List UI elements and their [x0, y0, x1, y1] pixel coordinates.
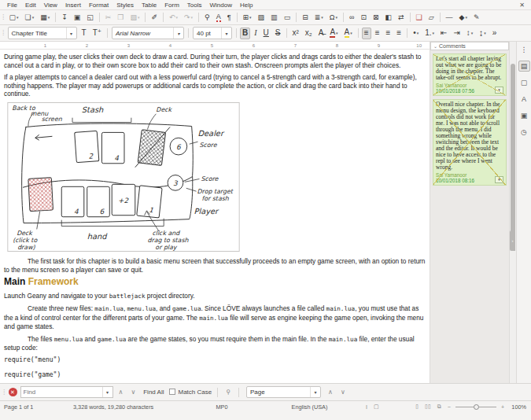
- highlight-color-button[interactable]: A▾: [342, 28, 355, 39]
- cross-reference-button[interactable]: ⇄: [396, 12, 407, 24]
- paragraph-style-combo[interactable]: Chapter Title ▾: [8, 27, 77, 39]
- update-style-button[interactable]: T: [79, 28, 89, 39]
- vertical-scrollbar[interactable]: [509, 42, 516, 383]
- numbered-list-button[interactable]: 1.▾: [422, 28, 437, 39]
- word-count-status[interactable]: 3,328 words, 19,280 characters: [69, 403, 187, 411]
- insert-comment-button[interactable]: ❑: [414, 12, 425, 24]
- page-break-button[interactable]: ⊟: [300, 12, 311, 24]
- toolbar-drag-handle[interactable]: ⁞: [3, 389, 6, 396]
- insert-table-button[interactable]: ⊞▾: [241, 12, 254, 24]
- game-screen-sketch-image[interactable]: Back to menu screen Stash 2 4 Dec: [6, 102, 426, 254]
- clone-formatting-button[interactable]: ✐: [149, 12, 160, 24]
- book-view-button[interactable]: ⧉: [434, 403, 444, 410]
- bullet-list-button[interactable]: •▾: [411, 28, 421, 39]
- new-document-button[interactable]: ▢▾: [7, 12, 21, 24]
- find-previous-button[interactable]: ∧: [116, 389, 126, 396]
- zoom-slider-knob[interactable]: [474, 404, 479, 410]
- hyperlink-button[interactable]: ∞: [347, 12, 356, 24]
- subscript-button[interactable]: x₂: [303, 28, 315, 39]
- menu-item[interactable]: View: [40, 0, 61, 10]
- toolbar-drag-handle[interactable]: ⁞: [0, 29, 6, 37]
- caret-down-icon[interactable]: ▾: [310, 387, 320, 397]
- caret-down-icon[interactable]: ▾: [173, 28, 183, 39]
- caret-down-icon[interactable]: ▾: [221, 28, 231, 39]
- menu-item[interactable]: File: [3, 0, 21, 10]
- menu-item[interactable]: Insert: [61, 0, 85, 10]
- find-all-button[interactable]: Find All: [141, 389, 166, 396]
- find-replace-button[interactable]: ⚲: [202, 12, 212, 24]
- toolbar-overflow-button[interactable]: »: [490, 28, 500, 39]
- save-button[interactable]: ▦▾: [38, 12, 52, 24]
- paragraph-spacing-button[interactable]: ↨▾: [477, 28, 489, 39]
- clear-formatting-button[interactable]: A̶: [316, 28, 326, 39]
- print-button[interactable]: ▣: [72, 12, 83, 24]
- redo-button[interactable]: ↷▾: [182, 12, 195, 24]
- font-name-combo[interactable]: Arial Narrow ▾: [112, 27, 184, 39]
- bold-button[interactable]: B: [240, 28, 250, 39]
- menu-item[interactable]: Tools: [183, 0, 206, 10]
- insert-mode-indicator[interactable]: I: [363, 404, 371, 410]
- menu-item[interactable]: Table: [138, 0, 160, 10]
- underline-button[interactable]: U: [261, 28, 271, 39]
- superscript-button[interactable]: x²: [290, 28, 301, 39]
- sidebar-tab-navigator[interactable]: ◷: [518, 127, 530, 138]
- comment-card[interactable]: Overall nice chapter. In the menu design…: [433, 99, 507, 186]
- insert-textbox-button[interactable]: ▭: [282, 12, 293, 24]
- selection-mode-indicator[interactable]: ▢: [371, 403, 382, 410]
- navigate-next-button[interactable]: ∨: [338, 389, 348, 396]
- justify-button[interactable]: ≡: [394, 28, 404, 39]
- sidebar-settings-button[interactable]: ⋮: [518, 44, 530, 55]
- menu-item[interactable]: Window: [206, 0, 236, 10]
- multi-page-view-button[interactable]: ▯▯: [422, 403, 434, 410]
- language-status[interactable]: English (USA): [256, 403, 363, 411]
- decrease-indent-button[interactable]: ⇤: [438, 28, 449, 39]
- sidebar-tab-gallery[interactable]: ▣: [518, 110, 530, 121]
- comments-panel-header[interactable]: ⌄ Comments: [430, 42, 509, 50]
- find-history-dropdown[interactable]: ▾: [102, 387, 112, 397]
- single-page-view-button[interactable]: ▯: [412, 403, 422, 410]
- align-right-button[interactable]: ≡: [383, 28, 393, 39]
- caret-down-icon[interactable]: ▾: [66, 28, 76, 39]
- scrollbar-thumb[interactable]: [511, 64, 515, 249]
- zoom-slider-control[interactable]: − +: [444, 404, 507, 410]
- menu-item[interactable]: Help: [236, 0, 256, 10]
- find-input[interactable]: [21, 387, 102, 397]
- sidebar-tab-styles[interactable]: A: [518, 94, 530, 105]
- basic-shapes-button[interactable]: ◆▾: [457, 12, 470, 24]
- align-left-button[interactable]: ≡: [362, 28, 371, 39]
- menu-item[interactable]: Form: [160, 0, 183, 10]
- increase-indent-button[interactable]: ⇥: [451, 28, 462, 39]
- navigate-previous-button[interactable]: ∧: [326, 389, 335, 396]
- strikethrough-button[interactable]: S: [273, 28, 283, 39]
- zoom-slider-track[interactable]: [455, 407, 496, 407]
- document-page[interactable]: During game play, the user clicks their …: [0, 50, 430, 383]
- sidebar-hide-handle[interactable]: ›: [510, 230, 515, 251]
- zoom-level-label[interactable]: 100%: [511, 403, 531, 411]
- line-spacing-button[interactable]: ↕▾: [464, 28, 476, 39]
- new-style-button[interactable]: T⁺: [90, 28, 104, 39]
- zoom-out-icon[interactable]: −: [444, 404, 454, 410]
- formatting-marks-button[interactable]: ¶: [225, 12, 234, 24]
- copy-button[interactable]: ❐: [115, 12, 126, 24]
- undo-button[interactable]: ↶▾: [167, 12, 180, 24]
- export-pdf-button[interactable]: ↧: [59, 12, 70, 24]
- special-character-button[interactable]: Ω▾: [327, 12, 340, 24]
- horizontal-line-button[interactable]: —: [444, 12, 455, 24]
- insert-field-button[interactable]: ≣▾: [312, 12, 326, 24]
- sidebar-tab-page[interactable]: ▢: [518, 77, 530, 88]
- navigate-by-combo[interactable]: Page ▾: [246, 386, 321, 398]
- insert-image-button[interactable]: ▨: [256, 12, 267, 24]
- zoom-in-icon[interactable]: +: [498, 404, 507, 410]
- find-and-replace-button[interactable]: ⚲: [223, 389, 233, 396]
- track-changes-button[interactable]: ▱: [426, 12, 437, 24]
- close-findbar-button[interactable]: ✕: [9, 388, 17, 396]
- draw-functions-button[interactable]: ✎: [471, 12, 482, 24]
- toolbar-drag-handle[interactable]: ⁞: [0, 13, 6, 21]
- menu-item[interactable]: Format: [85, 0, 112, 10]
- sidebar-tab-properties[interactable]: ▤: [518, 61, 530, 72]
- open-button[interactable]: ❏▾: [23, 12, 37, 24]
- font-color-button[interactable]: A▾: [327, 28, 340, 39]
- menu-item[interactable]: Styles: [112, 0, 138, 10]
- paste-button[interactable]: ▧▾: [127, 12, 142, 24]
- menu-item[interactable]: Edit: [21, 0, 40, 10]
